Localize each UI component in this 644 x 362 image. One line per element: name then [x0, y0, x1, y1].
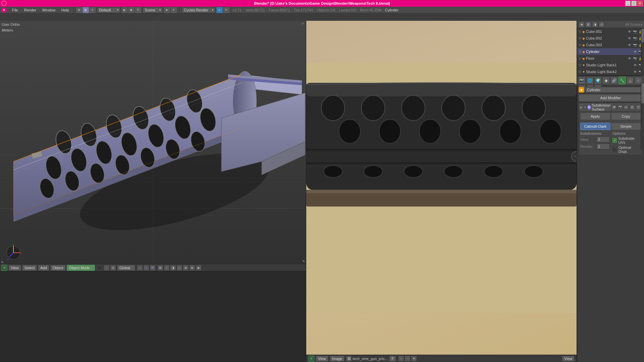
- outliner-item-studio-light-back2[interactable]: ▽ ✦ Studio Light Back2 👁 📷: [577, 68, 644, 75]
- transform-icon-2[interactable]: ↕: [143, 265, 149, 271]
- object-name-field[interactable]: Cylinder: [585, 87, 643, 93]
- outliner-item-floor[interactable]: ▽ ◆ Floor 👁 📷 🔒: [577, 55, 644, 62]
- catmull-clark-tab[interactable]: Catmull-Clark: [580, 123, 610, 130]
- proportional-edit-icon[interactable]: [97, 265, 102, 270]
- simple-tab[interactable]: Simple: [611, 123, 641, 130]
- light1-vis-icon[interactable]: 👁: [634, 63, 637, 67]
- modifier-collapse-btn[interactable]: ▶: [580, 106, 583, 109]
- transform-icon-1[interactable]: ↔: [137, 265, 143, 271]
- outliner-icon-4[interactable]: ⊙: [599, 21, 605, 27]
- view-menu-btn[interactable]: View: [8, 265, 21, 271]
- outliner-scrollbar[interactable]: [641, 28, 644, 82]
- global-dropdown[interactable]: Global: [117, 265, 135, 271]
- image-nav-icon-1[interactable]: ←: [398, 356, 404, 362]
- engine-icon-2[interactable]: ✕: [223, 7, 230, 13]
- outliner-item-cube001[interactable]: ▽ ◆ Cube.001 👁 📷 🔒: [577, 28, 644, 35]
- copy-button[interactable]: Copy: [611, 113, 641, 120]
- menu-render[interactable]: Render: [21, 7, 39, 13]
- menu-window[interactable]: Window: [40, 7, 58, 13]
- add-modifier-button[interactable]: Add Modifier: [579, 94, 643, 102]
- cube002-render-icon[interactable]: 📷: [633, 37, 637, 40]
- image-camera-icon[interactable]: ⊙: [308, 356, 314, 362]
- viewport-resize-corner-bl[interactable]: ◣: [0, 258, 5, 264]
- outliner-item-cube003[interactable]: ▽ ◆ Cube.003 👁 📷 🔒: [577, 42, 644, 48]
- cube001-vis-icon[interactable]: 👁: [628, 30, 631, 34]
- render-icon-2[interactable]: ◆: [128, 7, 135, 13]
- cube003-vis-icon[interactable]: 👁: [628, 43, 631, 47]
- viewport-3d[interactable]: User Ortho Meters X Y Z ◤ ◥ ◣: [0, 21, 306, 271]
- view-icon-6[interactable]: ⊕: [189, 265, 195, 271]
- floor-vis-icon[interactable]: 👁: [628, 57, 631, 60]
- scene-icon[interactable]: ◈: [164, 7, 170, 13]
- image-nav-icon-2[interactable]: →: [405, 356, 411, 362]
- props-scene-icon-btn[interactable]: 🌐: [586, 77, 594, 84]
- view-icon-3[interactable]: ◑: [170, 265, 176, 271]
- view-icon-1[interactable]: ⊞: [157, 265, 163, 271]
- outliner-icon-1[interactable]: ◈: [579, 21, 585, 27]
- menu-file[interactable]: File: [9, 7, 21, 13]
- cube003-render-icon[interactable]: 📷: [633, 43, 637, 47]
- view-icon-7[interactable]: ◈: [196, 265, 202, 271]
- outliner-item-studio-light-back1[interactable]: ▽ ✦ Studio Light Back1 👁 📷: [577, 62, 644, 68]
- view-icon-5[interactable]: ⊗: [183, 265, 189, 271]
- apply-button[interactable]: Apply: [580, 113, 610, 120]
- optimal-disp-checkbox[interactable]: [612, 147, 617, 152]
- subdivide-uvs-checkbox[interactable]: ✓: [612, 138, 617, 143]
- floor-render-icon[interactable]: 📷: [633, 57, 637, 60]
- cylinder-vis-icon[interactable]: 👁: [634, 50, 637, 54]
- modifier-render-btn[interactable]: 📷: [618, 105, 623, 110]
- add-menu-btn[interactable]: Add: [38, 265, 49, 271]
- render-icon-3[interactable]: ✕: [135, 7, 142, 13]
- properties-scrollbar[interactable]: [641, 82, 644, 149]
- cube002-vis-icon[interactable]: 👁: [628, 37, 631, 40]
- menu-help[interactable]: Help: [59, 7, 72, 13]
- snap-icon[interactable]: ·: [104, 265, 110, 271]
- layout-icon-1[interactable]: ⊞: [76, 7, 83, 13]
- scene-icon-2[interactable]: ✕: [170, 7, 177, 13]
- outliner-icon-3[interactable]: ◑: [592, 21, 598, 27]
- select-menu-btn[interactable]: Select: [22, 265, 37, 271]
- engine-dropdown[interactable]: Cycles Render: [182, 7, 215, 13]
- image-view-btn[interactable]: View: [316, 356, 328, 362]
- blender-menu-icon[interactable]: B: [1, 7, 7, 13]
- viewport-camera-icon[interactable]: ⊙: [1, 265, 7, 271]
- props-world-icon-btn[interactable]: 🌍: [594, 77, 602, 84]
- maximize-button[interactable]: □: [631, 1, 637, 6]
- transform-icon-3[interactable]: ⟳: [150, 265, 156, 271]
- props-render-icon-btn[interactable]: 📷: [578, 77, 586, 84]
- viewport-resize-corner-tr[interactable]: ◤: [301, 21, 306, 26]
- modifier-enable-checkbox[interactable]: ✓: [584, 105, 587, 109]
- props-constraints-icon-btn[interactable]: 🔗: [610, 77, 618, 84]
- scene-dropdown[interactable]: Scene: [143, 7, 163, 13]
- layout-icon-2[interactable]: ▦: [83, 7, 89, 13]
- engine-icon[interactable]: ●: [216, 7, 223, 13]
- layout-dropdown[interactable]: Default: [97, 7, 120, 13]
- image-view-btn-2[interactable]: View: [562, 356, 575, 362]
- render-icon[interactable]: ▶: [121, 7, 128, 13]
- object-menu-btn[interactable]: Object: [50, 265, 66, 271]
- minimize-button[interactable]: _: [625, 1, 631, 6]
- props-object-icon-btn[interactable]: ◆: [602, 77, 610, 84]
- viewport-resize-corner-br[interactable]: ◥: [301, 258, 306, 264]
- image-f-btn[interactable]: F: [389, 356, 396, 362]
- image-nav-icon-3[interactable]: ✕: [411, 356, 417, 362]
- cube001-render-icon[interactable]: 📷: [633, 30, 637, 34]
- outliner-icon-2[interactable]: ⊞: [585, 21, 591, 27]
- layout-icon-3[interactable]: ✕: [89, 7, 96, 13]
- close-button[interactable]: ✕: [637, 1, 643, 6]
- view-subdiv-field[interactable]: 2: [596, 136, 610, 142]
- outliner-item-cylinder[interactable]: ▽ ◆ Cylinder 👁 📷: [577, 48, 644, 55]
- mode-dropdown[interactable]: Object Mode: [67, 265, 95, 271]
- image-icon[interactable]: 🖼: [346, 356, 352, 362]
- modifier-eye-btn[interactable]: 👁: [611, 105, 617, 110]
- modifier-expand-btn[interactable]: ▽: [636, 105, 641, 110]
- outliner-scrollbar-thumb[interactable]: [641, 29, 644, 42]
- modifier-cage-btn[interactable]: ⊡: [630, 105, 635, 110]
- view-icon-4[interactable]: □: [176, 265, 182, 271]
- properties-scrollbar-thumb[interactable]: [641, 83, 644, 103]
- modifier-edit-btn[interactable]: ✏: [624, 105, 629, 110]
- view-icon-2[interactable]: ○: [164, 265, 170, 271]
- image-image-btn[interactable]: Image: [330, 356, 345, 362]
- render-subdiv-field[interactable]: 2: [596, 143, 610, 149]
- light2-vis-icon[interactable]: 👁: [634, 70, 637, 74]
